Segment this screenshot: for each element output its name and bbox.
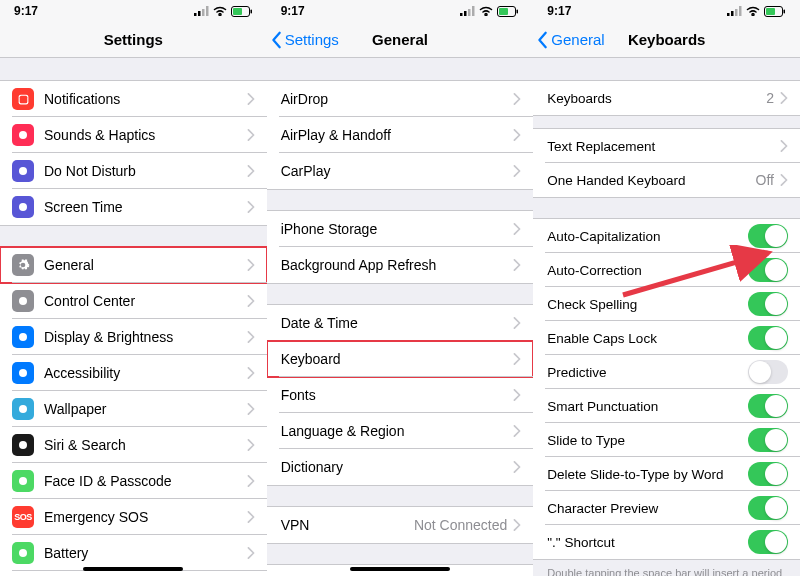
- svg-rect-6: [250, 9, 252, 13]
- row-auto-correction: Auto-Correction: [533, 253, 800, 287]
- row-label: Smart Punctuation: [547, 399, 748, 414]
- row-background-app-refresh[interactable]: Background App Refresh: [267, 247, 534, 283]
- faceid-icon: [12, 470, 34, 492]
- chevron-right-icon: [247, 295, 255, 307]
- row-keyboard[interactable]: Keyboard: [267, 341, 534, 377]
- settings-row-general[interactable]: General: [0, 247, 267, 283]
- notifications-icon: [12, 88, 34, 110]
- back-button[interactable]: General: [537, 31, 604, 49]
- row-label: One Handed Keyboard: [547, 173, 755, 188]
- svg-point-15: [19, 405, 27, 413]
- row-carplay[interactable]: CarPlay: [267, 153, 534, 189]
- row-label: Fonts: [281, 387, 514, 403]
- toggle-switch[interactable]: [748, 360, 788, 384]
- settings-pane: 9:17 Settings NotificationsSounds & Hapt…: [0, 0, 267, 576]
- back-label: General: [551, 31, 604, 48]
- row-label: Wallpaper: [44, 401, 247, 417]
- chevron-right-icon: [247, 201, 255, 213]
- settings-row-face-id-passcode[interactable]: Face ID & Passcode: [0, 463, 267, 499]
- row-keyboards[interactable]: Keyboards2: [533, 81, 800, 115]
- row-label: Language & Region: [281, 423, 514, 439]
- footer-hint: Double tapping the space bar will insert…: [533, 560, 800, 576]
- nav-bar: Settings: [0, 22, 267, 58]
- back-button[interactable]: Settings: [271, 31, 339, 49]
- toggle-switch[interactable]: [748, 326, 788, 350]
- nav-title: Settings: [104, 31, 163, 48]
- general-content: AirDropAirPlay & HandoffCarPlay iPhone S…: [267, 58, 534, 576]
- row-iphone-storage[interactable]: iPhone Storage: [267, 211, 534, 247]
- row-airdrop[interactable]: AirDrop: [267, 81, 534, 117]
- row-label: Siri & Search: [44, 437, 247, 453]
- svg-rect-23: [468, 9, 471, 16]
- svg-point-17: [19, 477, 27, 485]
- battery-icon: [12, 542, 34, 564]
- wifi-icon: [479, 6, 493, 16]
- chevron-right-icon: [513, 461, 521, 473]
- display-icon: [12, 326, 34, 348]
- svg-point-16: [19, 441, 27, 449]
- svg-rect-5: [233, 8, 242, 15]
- row-detail: 2: [766, 90, 774, 106]
- row-text-replacement[interactable]: Text Replacement: [533, 129, 800, 163]
- svg-point-10: [19, 167, 27, 175]
- nav-bar: General Keyboards: [533, 22, 800, 58]
- settings-row-siri-search[interactable]: Siri & Search: [0, 427, 267, 463]
- chevron-right-icon: [247, 93, 255, 105]
- row-label: Do Not Disturb: [44, 163, 247, 179]
- battery-icon: [497, 6, 519, 17]
- settings-row-sounds-haptics[interactable]: Sounds & Haptics: [0, 117, 267, 153]
- row-check-spelling: Check Spelling: [533, 287, 800, 321]
- toggle-switch[interactable]: [748, 258, 788, 282]
- row-language-region[interactable]: Language & Region: [267, 413, 534, 449]
- toggle-switch[interactable]: [748, 530, 788, 554]
- status-right: [460, 6, 519, 17]
- toggle-switch[interactable]: [748, 224, 788, 248]
- keyboards-pane: 9:17 General Keyboards Keyboards2 Text R…: [533, 0, 800, 576]
- chevron-right-icon: [513, 353, 521, 365]
- row-enable-caps-lock: Enable Caps Lock: [533, 321, 800, 355]
- svg-rect-1: [198, 11, 201, 16]
- status-time: 9:17: [547, 4, 571, 18]
- toggle-switch[interactable]: [748, 428, 788, 452]
- chevron-right-icon: [247, 165, 255, 177]
- chevron-right-icon: [513, 259, 521, 271]
- status-time: 9:17: [281, 4, 305, 18]
- row-label: General: [44, 257, 247, 273]
- svg-rect-21: [460, 13, 463, 16]
- svg-rect-33: [766, 8, 775, 15]
- row-dictionary[interactable]: Dictionary: [267, 449, 534, 485]
- svg-rect-8: [19, 95, 27, 103]
- settings-row-display-brightness[interactable]: Display & Brightness: [0, 319, 267, 355]
- row-label: Enable Caps Lock: [547, 331, 748, 346]
- settings-row-control-center[interactable]: Control Center: [0, 283, 267, 319]
- sounds-icon: [12, 124, 34, 146]
- row-date-time[interactable]: Date & Time: [267, 305, 534, 341]
- toggle-switch[interactable]: [748, 496, 788, 520]
- row-fonts[interactable]: Fonts: [267, 377, 534, 413]
- row-label: Keyboards: [547, 91, 766, 106]
- settings-row-battery[interactable]: Battery: [0, 535, 267, 571]
- settings-row-notifications[interactable]: Notifications: [0, 81, 267, 117]
- settings-row-do-not-disturb[interactable]: Do Not Disturb: [0, 153, 267, 189]
- row-label: Check Spelling: [547, 297, 748, 312]
- row-airplay-handoff[interactable]: AirPlay & Handoff: [267, 117, 534, 153]
- toggle-switch[interactable]: [748, 394, 788, 418]
- row-one-handed-keyboard[interactable]: One Handed KeyboardOff: [533, 163, 800, 197]
- row-label: "." Shortcut: [547, 535, 748, 550]
- row-vpn[interactable]: VPNNot Connected: [267, 507, 534, 543]
- settings-row-privacy[interactable]: Privacy: [0, 571, 267, 576]
- chevron-right-icon: [513, 425, 521, 437]
- home-indicator: [83, 567, 183, 571]
- toggle-switch[interactable]: [748, 292, 788, 316]
- status-right: [727, 6, 786, 17]
- toggle-switch[interactable]: [748, 462, 788, 486]
- settings-row-accessibility[interactable]: Accessibility: [0, 355, 267, 391]
- settings-row-screen-time[interactable]: Screen Time: [0, 189, 267, 225]
- chevron-right-icon: [513, 317, 521, 329]
- row-label: Date & Time: [281, 315, 514, 331]
- keyboards-content: Keyboards2 Text ReplacementOne Handed Ke…: [533, 58, 800, 576]
- row-label: Emergency SOS: [44, 509, 247, 525]
- settings-row-wallpaper[interactable]: Wallpaper: [0, 391, 267, 427]
- settings-row-emergency-sos[interactable]: SOSEmergency SOS: [0, 499, 267, 535]
- chevron-right-icon: [513, 519, 521, 531]
